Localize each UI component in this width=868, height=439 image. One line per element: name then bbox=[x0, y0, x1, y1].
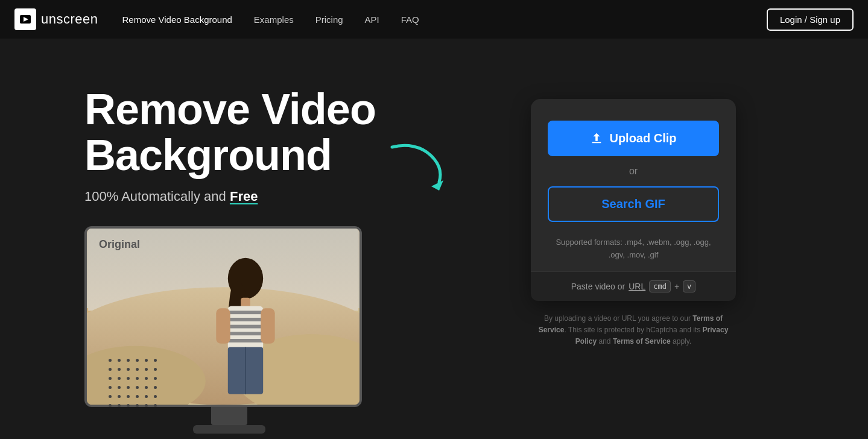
svg-rect-15 bbox=[216, 309, 230, 344]
hero-title: Remove Video Background bbox=[84, 87, 398, 178]
arrow-decoration bbox=[386, 141, 452, 201]
cmd-key: cmd bbox=[649, 280, 671, 292]
subtitle-bold: Free bbox=[230, 189, 258, 204]
search-gif-label: Search GIF bbox=[601, 197, 665, 211]
upload-card: Upload Clip or Search GIF Supported form… bbox=[531, 99, 736, 301]
monitor-original-label: Original bbox=[99, 238, 140, 251]
logo-icon bbox=[14, 8, 36, 30]
v-key: v bbox=[683, 280, 695, 292]
nav-examples[interactable]: Examples bbox=[254, 14, 294, 25]
nav-links: Remove Video Background Examples Pricing… bbox=[122, 14, 767, 25]
terms-link[interactable]: Terms of Service bbox=[539, 314, 723, 334]
upload-icon bbox=[590, 132, 603, 145]
svg-rect-10 bbox=[228, 311, 263, 314]
svg-rect-14 bbox=[228, 339, 263, 343]
navbar: unscreen Remove Video Background Example… bbox=[0, 0, 868, 39]
paste-section: Paste video or URL cmd + v bbox=[531, 271, 736, 301]
monitor-stand bbox=[211, 407, 247, 425]
main-content: Remove Video Background 100% Automatical… bbox=[0, 39, 868, 439]
paste-label: Paste video or bbox=[571, 282, 626, 291]
nav-faq[interactable]: FAQ bbox=[401, 14, 419, 25]
left-section: Remove Video Background 100% Automatical… bbox=[84, 75, 495, 434]
logo-text: unscreen bbox=[41, 11, 98, 27]
upload-clip-button[interactable]: Upload Clip bbox=[548, 121, 719, 156]
login-button[interactable]: Login / Sign up bbox=[767, 8, 854, 31]
svg-rect-13 bbox=[228, 332, 263, 335]
svg-rect-11 bbox=[228, 318, 263, 321]
monitor-mockup: Original bbox=[84, 226, 374, 434]
nav-remove-video[interactable]: Remove Video Background bbox=[122, 14, 232, 25]
title-line1: Remove Video bbox=[84, 85, 376, 133]
upload-btn-label: Upload Clip bbox=[609, 131, 676, 145]
svg-marker-2 bbox=[431, 180, 443, 191]
svg-rect-16 bbox=[261, 309, 274, 344]
title-line2: Background bbox=[84, 131, 332, 179]
url-link[interactable]: URL bbox=[629, 282, 645, 291]
terms-text: By uploading a video or URL you agree to… bbox=[531, 313, 736, 348]
nav-pricing[interactable]: Pricing bbox=[315, 14, 343, 25]
plus-symbol: + bbox=[674, 282, 679, 291]
right-section: Upload Clip or Search GIF Supported form… bbox=[531, 99, 736, 347]
search-gif-button[interactable]: Search GIF bbox=[548, 186, 719, 222]
or-divider: or bbox=[548, 166, 719, 177]
monitor-base bbox=[193, 425, 265, 434]
terms-service-link[interactable]: Terms of Service bbox=[613, 337, 671, 346]
logo[interactable]: unscreen bbox=[14, 8, 98, 30]
dots-decoration bbox=[109, 359, 157, 407]
nav-api[interactable]: API bbox=[365, 14, 379, 25]
svg-rect-12 bbox=[228, 325, 263, 329]
subtitle-plain: 100% Automatically and bbox=[84, 189, 230, 204]
supported-formats: Supported formats: .mp4, .webm, .ogg, .o… bbox=[548, 236, 719, 262]
